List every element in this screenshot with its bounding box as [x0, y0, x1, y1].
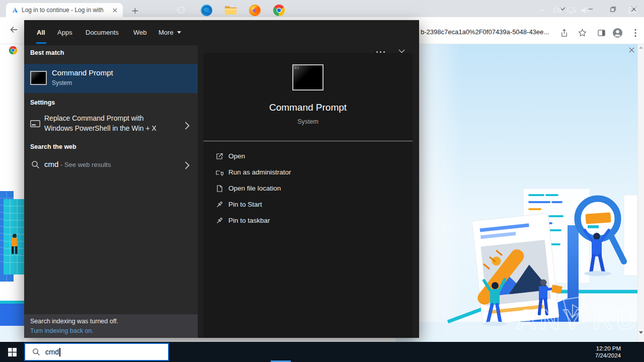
clock-date: 7/24/2024 [595, 352, 621, 359]
web-query-suffix: - See web results [58, 161, 111, 168]
settings-window-icon [30, 120, 40, 127]
detail-subtitle: System [203, 118, 413, 125]
result-detail-panel: C:\ Command Prompt System Open Run as ad… [203, 53, 413, 338]
action-label: Open file location [228, 185, 281, 192]
web-search-query: cmd - See web results [44, 160, 111, 168]
action-center-icon[interactable] [624, 0, 641, 20]
action-pin-to-start[interactable]: Pin to Start [203, 197, 413, 213]
settings-result[interactable]: Replace Command Prompt with Windows Powe… [24, 112, 198, 139]
search-results-column: Best match Command Prompt System Setting… [24, 45, 198, 314]
search-tab-more[interactable]: More [158, 29, 181, 36]
share-icon[interactable] [558, 27, 570, 38]
tray-chevron-up-icon[interactable] [534, 0, 549, 20]
watermark-any: ANY [516, 303, 585, 335]
tab-title: Log in to continue - Log in with [22, 7, 111, 14]
detail-title: Command Prompt [203, 102, 413, 113]
page-scrollbar[interactable] [637, 44, 644, 342]
indexing-link[interactable]: Turn indexing back on. [30, 327, 94, 334]
indexing-footer: Search indexing was turned off. Turn ind… [24, 314, 198, 338]
settings-result-line1: Replace Command Prompt with [44, 114, 144, 122]
tray-network-icon[interactable] [565, 0, 579, 20]
web-query-text: cmd [44, 160, 58, 168]
tab-close-icon[interactable] [111, 6, 119, 14]
action-label: Run as administrator [228, 168, 291, 176]
search-tab-all[interactable]: All [37, 29, 45, 36]
search-tab-more-label: More [158, 29, 174, 36]
task-view-button[interactable] [169, 0, 193, 20]
active-tab-underline [36, 42, 46, 44]
new-tab-button[interactable] [129, 5, 141, 17]
indexing-status-text: Search indexing was turned off. [30, 318, 118, 325]
search-the-web-label: Search the web [30, 143, 76, 150]
taskbar-firefox-icon[interactable] [243, 0, 267, 20]
pin-icon [215, 201, 223, 209]
action-open-file-location[interactable]: Open file location [203, 180, 413, 197]
action-label: Open [228, 152, 245, 160]
clock-time: 12:20 PM [596, 345, 621, 352]
taskbar-file-explorer-icon[interactable] [218, 0, 243, 20]
search-tab-web[interactable]: Web [133, 29, 147, 36]
start-button[interactable] [0, 342, 24, 362]
browser-tab[interactable]: Log in to continue - Log in with [6, 3, 123, 17]
search-tab-apps[interactable]: Apps [57, 29, 72, 36]
settings-result-line2: Windows PowerShell in the Win + X [44, 124, 156, 132]
profile-avatar[interactable] [612, 27, 623, 38]
best-match-result[interactable]: Command Prompt System [24, 64, 198, 93]
best-match-label: Best match [30, 49, 64, 56]
cmd-icon-label: C:\ [294, 66, 299, 69]
action-open[interactable]: Open [203, 148, 413, 164]
action-label: Pin to taskbar [228, 217, 270, 224]
taskbar-chrome-icon[interactable] [267, 0, 291, 20]
search-icon [32, 348, 40, 356]
file-location-icon [215, 185, 223, 193]
chevron-right-icon [184, 161, 190, 169]
action-run-as-admin[interactable]: Run as administrator [203, 164, 413, 180]
search-icon [31, 160, 40, 169]
window-restore-button[interactable] [607, 4, 619, 14]
desktop-screen: Log in to continue - Log in with b-2398c… [0, 0, 644, 362]
bookmark-star-icon[interactable] [577, 27, 588, 38]
best-match-subtitle: System [52, 79, 72, 86]
chrome-logo-small [9, 46, 18, 55]
pin-icon [215, 217, 223, 225]
watermark-run: RUN [593, 303, 644, 335]
taskbar-clock[interactable]: 12:20 PM 7/24/2024 [593, 342, 622, 362]
url-text[interactable]: b-2398c7eca1a0%2F0f07439a-5048-43ee... [421, 28, 549, 36]
page-close-icon[interactable] [627, 45, 636, 54]
menu-kebab-icon[interactable] [630, 27, 641, 38]
admin-shield-icon [215, 168, 223, 176]
command-prompt-icon-large: C:\ [292, 64, 324, 90]
search-tab-documents[interactable]: Documents [86, 29, 119, 36]
taskbar-search-input[interactable]: cmd [24, 343, 169, 361]
text-caret [59, 348, 60, 356]
open-icon [215, 152, 223, 160]
settings-label: Settings [30, 99, 55, 106]
web-search-result[interactable]: cmd - See web results [24, 156, 198, 174]
taskbar-edge-icon[interactable] [194, 0, 218, 20]
windows-search-flyout: All Apps Documents Web More Best match C… [24, 20, 419, 338]
chevron-down-icon [177, 31, 181, 34]
tray-volume-icon[interactable] [578, 0, 593, 20]
action-pin-to-taskbar[interactable]: Pin to taskbar [203, 213, 413, 229]
action-label: Pin to Start [228, 201, 262, 208]
tab-favicon [11, 7, 18, 14]
side-panel-icon[interactable] [596, 27, 607, 38]
back-button[interactable] [6, 22, 21, 37]
chevron-right-icon [184, 122, 190, 130]
best-match-title: Command Prompt [52, 68, 113, 77]
detail-divider [203, 141, 413, 141]
scrollbar-down-arrow[interactable] [637, 329, 644, 336]
taskbar-search-value: cmd [45, 348, 59, 356]
tray-meet-now-icon[interactable] [550, 0, 565, 20]
scrollbar-up-arrow[interactable] [637, 44, 644, 51]
command-prompt-icon [30, 71, 47, 85]
